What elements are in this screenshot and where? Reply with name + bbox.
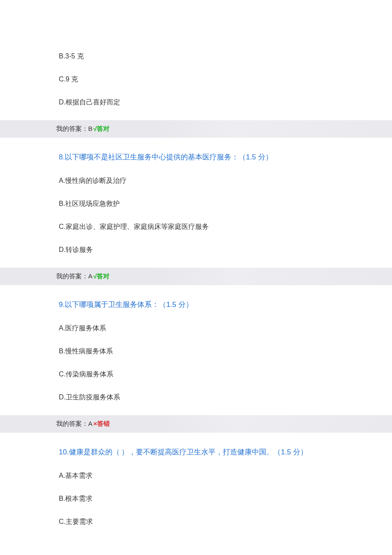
question-10-title: 10.健康是群众的（ ），要不断提高医疗卫生水平，打造健康中国。（1.5 分） xyxy=(0,446,392,459)
option-b: B.慢性病服务体系 xyxy=(0,346,392,356)
option-a: A.基本需求 xyxy=(0,471,392,481)
answer-wrong-mark: ×答错 xyxy=(93,420,110,428)
question-9-answer-row: 我的答案：A ×答错 xyxy=(0,415,392,433)
question-7-answer-row: 我的答案：B √答对 xyxy=(0,120,392,138)
question-7-options-partial: B.3-5 克 C.9 克 D.根据自己喜好而定 xyxy=(0,51,392,107)
option-d: D.卫生防疫服务体系 xyxy=(0,392,392,402)
option-c: C.传染病服务体系 xyxy=(0,369,392,379)
answer-prefix: 我的答案：A xyxy=(56,272,92,280)
option-b: B.社区现场应急救护 xyxy=(0,199,392,209)
option-c: C.主要需求 xyxy=(0,517,392,527)
option-d: D.根据自己喜好而定 xyxy=(0,97,392,107)
option-a: A.医疗服务体系 xyxy=(0,323,392,333)
answer-prefix: 我的答案：A xyxy=(56,420,92,428)
option-a: A.慢性病的诊断及治疗 xyxy=(0,176,392,186)
question-8-answer-row: 我的答案：A √答对 xyxy=(0,268,392,285)
option-b: B.3-5 克 xyxy=(0,51,392,61)
option-c: C.9 克 xyxy=(0,74,392,84)
option-b: B.根本需求 xyxy=(0,494,392,504)
question-10-options: A.基本需求 B.根本需求 C.主要需求 xyxy=(0,471,392,527)
question-8-options: A.慢性病的诊断及治疗 B.社区现场应急救护 C.家庭出诊、家庭护理、家庭病床等… xyxy=(0,176,392,255)
question-9-title: 9.以下哪项属于卫生服务体系：（1.5 分） xyxy=(0,299,392,311)
option-c: C.家庭出诊、家庭护理、家庭病床等家庭医疗服务 xyxy=(0,222,392,232)
answer-correct-mark: √答对 xyxy=(93,272,110,280)
question-8-title: 8.以下哪项不是社区卫生服务中心提供的基本医疗服务：（1.5 分） xyxy=(0,151,392,164)
option-d: D.转诊服务 xyxy=(0,245,392,255)
question-9-options: A.医疗服务体系 B.慢性病服务体系 C.传染病服务体系 D.卫生防疫服务体系 xyxy=(0,323,392,402)
answer-correct-mark: √答对 xyxy=(93,125,110,133)
answer-prefix: 我的答案：B xyxy=(56,125,92,133)
